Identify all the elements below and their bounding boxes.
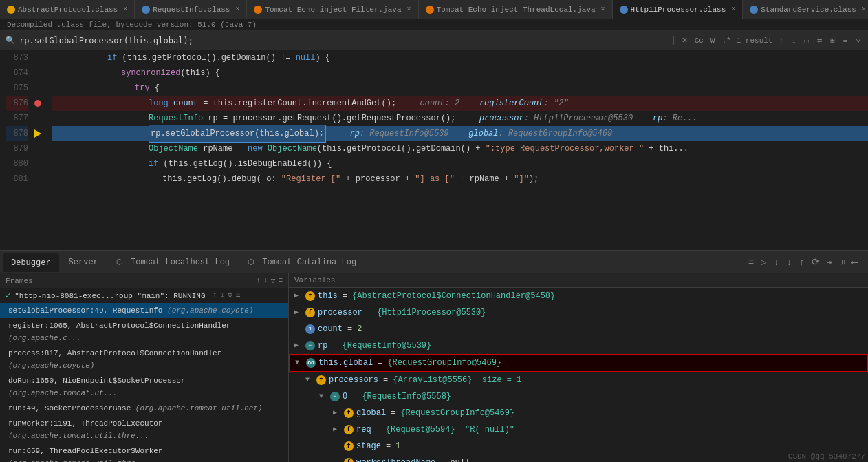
toolbar-evaluate-icon[interactable]: ⟳ (810, 256, 822, 268)
code-line-877: RequestInfo rp = processor.getRequest().… (52, 111, 868, 126)
frames-toolbar-menu[interactable]: ≡ (278, 276, 283, 285)
tab-TomcatEchoFilter[interactable]: Tomcat_Echo_inject_Filter.java × (247, 0, 418, 19)
var-stage[interactable]: f stage = 1 (289, 438, 868, 454)
var-rp[interactable]: ▶ ≡ rp = {RequestInfo@5539} (289, 337, 868, 354)
frames-toolbar-down[interactable]: ↓ (263, 276, 268, 285)
search-bar: 🔍 | × Cc W .* 1 result ↑ ↓ ⬚ ⇄ ⊞ ≡ ▽ (0, 31, 868, 50)
var-hint-878: rp: RequestInfo@5539 global: RequestGrou… (340, 126, 612, 141)
search-highlight-button[interactable]: ⬚ (802, 36, 811, 45)
thread-filter-btn[interactable]: ▽ (228, 291, 232, 301)
tab-StandardService[interactable]: StandardService.class × (743, 0, 868, 19)
search-input[interactable] (19, 36, 667, 45)
tomcat2-icon: ⬡ (248, 258, 254, 266)
gutter (34, 50, 47, 250)
search-icon: 🔍 (6, 36, 15, 45)
toolbar-restore-icon[interactable]: ⟵ (850, 256, 860, 268)
editor: 873 874 875 876 877 878 879 880 881 (0, 50, 868, 250)
frames-toolbar-filter[interactable]: ▽ (271, 276, 276, 285)
var-icon-rp: ≡ (305, 341, 315, 350)
tomcat-icon: ⬡ (116, 258, 123, 266)
frame-item-4[interactable]: run:49, SocketProcessorBase (org.apache.… (0, 401, 288, 416)
search-prev-button[interactable]: × (680, 35, 688, 46)
panel-tab-debugger[interactable]: Debugger (3, 253, 59, 272)
search-context-button[interactable]: ⇄ (815, 35, 824, 45)
frame-item-2[interactable]: process:817, AbstractProtocol$Connection… (0, 346, 288, 373)
var-icon-processor: f (305, 308, 315, 317)
variables-panel: Variables ▶ f this = {AbstractProtocol$C… (289, 273, 868, 462)
search-word-button[interactable]: Cc (693, 36, 705, 45)
var-this-global[interactable]: ▼ oo this.global = {RequestGroupInfo@546… (289, 354, 868, 372)
var-0[interactable]: ▼ ≡ 0 = {RequestInfo@5558} (289, 388, 868, 405)
var-icon-workerThreadName: f (344, 458, 354, 462)
variables-header: Variables (289, 273, 868, 288)
var-global[interactable]: ▶ f global = {RequestGroupInfo@5469} (289, 405, 868, 421)
frames-toolbar-up[interactable]: ↑ (257, 276, 261, 285)
code-line-876: long count = this.registerCount.incremen… (52, 96, 868, 111)
search-down-button[interactable]: ↓ (790, 35, 798, 46)
var-this[interactable]: ▶ f this = {AbstractProtocol$ConnectionH… (289, 288, 868, 304)
code-line-873: if (this.getProtocol().getDomain() != nu… (52, 50, 868, 65)
toolbar-pause-icon[interactable]: ↓ (771, 257, 781, 268)
search-up-button[interactable]: ↑ (777, 35, 785, 46)
search-word2-button[interactable]: W (709, 36, 717, 45)
toolbar-debug-icon[interactable]: ⇥ (825, 256, 834, 268)
frame-item-5[interactable]: runWorker:1191, ThreadPoolExecutor (org.… (0, 416, 288, 443)
var-count[interactable]: i count = 2 (289, 321, 868, 337)
frames-panel: Frames ↑ ↓ ▽ ≡ ✓ "http-nio-8081-exec...r… (0, 273, 289, 462)
thread-resume-btn[interactable]: ↑ (212, 291, 217, 301)
search-filter-button[interactable]: ⊞ (828, 36, 837, 45)
var-workerThreadName[interactable]: f workerThreadName = null (289, 454, 868, 462)
thread-item[interactable]: ✓ "http-nio-8081-exec...roup "main": RUN… (0, 288, 288, 303)
var-icon-req: f (344, 425, 354, 434)
var-processors[interactable]: ▼ f processors = {ArrayList@5556} size =… (289, 372, 868, 388)
code-line-879: ObjectName rpName = new ObjectName(this.… (52, 141, 868, 156)
var-icon-processors: f (316, 375, 326, 385)
frame-item-6[interactable]: run:659, ThreadPoolExecutor$Worker (org.… (0, 443, 288, 462)
tab-RequestInfo[interactable]: RequestInfo.class × (135, 0, 247, 19)
tab-bar: AbstractProtocol.class × RequestInfo.cla… (0, 0, 868, 19)
panel-tab-tomcat-localhost[interactable]: ⬡ Tomcat Localhost Log (108, 253, 238, 272)
toolbar-resume-icon[interactable]: ▷ (759, 256, 768, 268)
var-icon-this-global: oo (306, 358, 316, 368)
code-line-881: this.getLog().debug( o: "Register [" + p… (52, 171, 868, 187)
toolbar-menu-icon[interactable]: ≡ (746, 257, 756, 268)
thread-step-btn[interactable]: ↓ (220, 291, 225, 301)
frame-list[interactable]: setGlobalProcessor:49, RequestInfo (org.… (0, 303, 288, 462)
panel-content: Frames ↑ ↓ ▽ ≡ ✓ "http-nio-8081-exec...r… (0, 273, 868, 462)
var-icon-global: f (344, 408, 354, 418)
variable-list[interactable]: ▶ f this = {AbstractProtocol$ConnectionH… (289, 288, 868, 462)
var-icon-0: ≡ (330, 392, 340, 401)
panel-tab-bar: Debugger Server ⬡ Tomcat Localhost Log ⬡… (0, 251, 868, 273)
breakpoint-876 (34, 100, 41, 107)
toolbar-table-icon[interactable]: ⊞ (837, 256, 847, 268)
var-hint-876: count: 2 registerCount: "2" (410, 96, 568, 111)
var-req[interactable]: ▶ f req = {Request@5594} "R( null)" (289, 421, 868, 438)
frame-item-0[interactable]: setGlobalProcessor:49, RequestInfo (org.… (0, 303, 288, 318)
code-line-875: try { (52, 81, 868, 96)
panel-tab-server[interactable]: Server (61, 253, 107, 272)
decompile-notice: Decompiled .class file, bytecode version… (0, 19, 868, 31)
search-funnel-button[interactable]: ▽ (854, 36, 862, 45)
var-hint-877: processor: Http11Processor@5530 rp: Re..… (469, 111, 697, 126)
toolbar-step-into-icon[interactable]: ↑ (796, 257, 806, 268)
watermark: CSDN @qq_53487277 (788, 452, 865, 461)
var-icon-this: f (305, 291, 315, 301)
var-icon-count: i (305, 324, 315, 334)
tab-TomcatThreadLocal[interactable]: Tomcat_Echo_inject_ThreadLocal.java × (419, 0, 613, 19)
tab-AbstractProtocol[interactable]: AbstractProtocol.class × (0, 0, 135, 19)
code-line-880: if (this.getLog().isDebugEnabled()) { (52, 156, 868, 171)
code-area[interactable]: if (this.getProtocol().getDomain() != nu… (47, 50, 868, 250)
bottom-panel: Debugger Server ⬡ Tomcat Localhost Log ⬡… (0, 250, 868, 462)
search-regex-button[interactable]: .* (720, 36, 732, 45)
frames-header: Frames ↑ ↓ ▽ ≡ (0, 273, 288, 288)
frame-item-1[interactable]: register:1065, AbstractProtocol$Connecti… (0, 318, 288, 346)
thread-menu-btn[interactable]: ≡ (235, 291, 240, 301)
current-line-arrow (34, 129, 41, 138)
var-icon-stage: f (344, 441, 354, 451)
frame-item-3[interactable]: doRun:1650, NioEndpoint$SocketProcessor … (0, 373, 288, 401)
panel-tab-tomcat-catalina[interactable]: ⬡ Tomcat Catalina Log (239, 253, 365, 272)
search-settings-button[interactable]: ≡ (841, 36, 850, 45)
var-processor[interactable]: ▶ f processor = {Http11Processor@5530} (289, 304, 868, 321)
toolbar-step-over-icon[interactable]: ↓ (784, 257, 794, 268)
tab-Http11Processor[interactable]: Http11Processor.class × (613, 0, 744, 19)
